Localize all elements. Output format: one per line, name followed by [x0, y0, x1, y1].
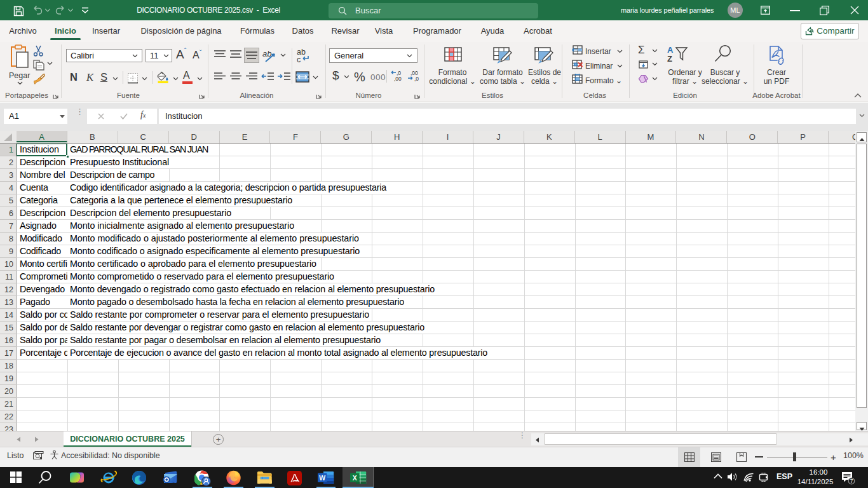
svg-text:7: 7 — [850, 478, 853, 484]
svg-text:X: X — [353, 474, 357, 482]
svg-text:,00: ,00 — [394, 76, 402, 82]
svg-text:W: W — [319, 474, 325, 482]
svg-text:,0: ,0 — [414, 76, 419, 82]
svg-text:c: c — [297, 55, 301, 63]
svg-text:Z: Z — [667, 54, 672, 63]
svg-text:A: A — [667, 46, 674, 55]
